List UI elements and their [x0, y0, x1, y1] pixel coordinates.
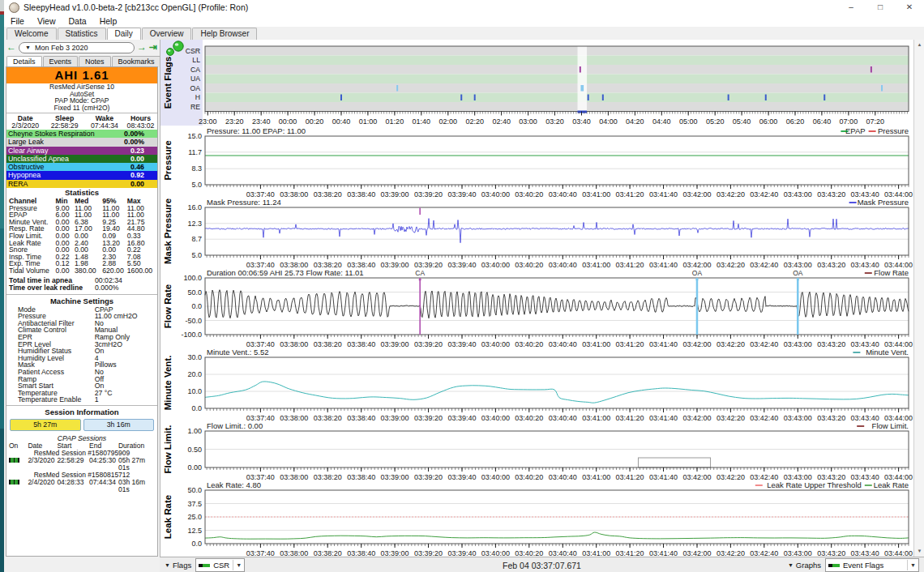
- chart-canvas-pressure[interactable]: PressurePressure: 11.00 EPAP: 11.00Press…: [160, 126, 914, 197]
- svg-text:03:37:40: 03:37:40: [246, 473, 275, 480]
- svg-text:03:42:40: 03:42:40: [750, 414, 778, 420]
- chart-canvas-event-flags[interactable]: Event FlagsCSRLLCAUAOAHRE23:0023:2023:40…: [160, 40, 914, 126]
- svg-text:03:41:20: 03:41:20: [616, 414, 644, 420]
- chart-canvas-flow-limit[interactable]: Flow Limit.Flow Limit.: 0.00Flow Limit.1…: [160, 421, 914, 480]
- svg-text:03:40:40: 03:40:40: [549, 261, 577, 267]
- scroll-up-icon[interactable]: ▲: [914, 40, 924, 50]
- session-buttons: 5h 27m 3h 16m: [6, 417, 157, 433]
- chart-canvas-leak-rate[interactable]: Leak RateLeak Rate: 4.80Leak RateLeak Ra…: [160, 480, 914, 556]
- svg-text:03:38:40: 03:38:40: [347, 549, 375, 556]
- svg-text:03:41:00: 03:41:00: [582, 473, 610, 480]
- date-navigation: ← ▼ Mon Feb 3 2020 → ⇥: [4, 40, 160, 54]
- graphs-toggle[interactable]: ▼ Graphs: [788, 561, 821, 570]
- svg-text:03:38:00: 03:38:00: [280, 261, 308, 267]
- chevron-down-icon: ▼: [25, 45, 31, 50]
- svg-text:03:43:20: 03:43:20: [817, 340, 845, 347]
- totals: Total time in apnea00:02:34Time over lea…: [6, 277, 157, 292]
- chart-mask-pressure[interactable]: Mask PressureMask Pressure: 11.24Mask Pr…: [160, 198, 914, 269]
- svg-text:5.0: 5.0: [191, 251, 202, 259]
- svg-text:03:37:40: 03:37:40: [246, 414, 275, 420]
- sidebar-tab-bookmarks[interactable]: Bookmarks: [112, 56, 161, 67]
- svg-text:03:39:20: 03:39:20: [414, 549, 443, 556]
- session-1-button[interactable]: 5h 27m: [10, 419, 81, 431]
- svg-text:03:39:40: 03:39:40: [447, 190, 476, 197]
- svg-text:03:39:20: 03:39:20: [414, 473, 443, 480]
- svg-text:04:00: 04:00: [599, 117, 618, 126]
- svg-text:03:39:20: 03:39:20: [414, 190, 443, 197]
- chart-canvas-minute-vent[interactable]: Minute Vent.Minute Vent.: 5.52Minute Ven…: [160, 348, 914, 420]
- svg-text:Flow Rate: Flow Rate: [163, 284, 173, 328]
- sidebar: ← ▼ Mon Feb 3 2020 → ⇥ DetailsEventsNote…: [4, 40, 160, 572]
- status-bar-right: ▼ Graphs Event Flags ▼: [788, 558, 919, 572]
- svg-text:03:41:00: 03:41:00: [582, 190, 610, 197]
- vertical-scrollbar[interactable]: ▲ ▼: [913, 40, 924, 557]
- next-day-arrow-icon[interactable]: →: [137, 42, 147, 53]
- svg-text:03:37:40: 03:37:40: [246, 190, 275, 197]
- menu-item-help[interactable]: Help: [93, 16, 124, 26]
- svg-text:03:38:20: 03:38:20: [314, 190, 342, 197]
- chart-canvas-flow-rate[interactable]: Flow RateDuration 00:06:59 AHI 25.73 Flo…: [160, 268, 914, 347]
- maximize-button[interactable]: □: [866, 0, 895, 15]
- menu-item-file[interactable]: File: [4, 16, 31, 26]
- svg-text:03:39:00: 03:39:00: [381, 340, 409, 347]
- tab-statistics[interactable]: Statistics: [58, 28, 106, 40]
- date-selector[interactable]: ▼ Mon Feb 3 2020: [19, 42, 135, 53]
- svg-text:02:40: 02:40: [492, 117, 511, 126]
- svg-text:03:41:00: 03:41:00: [582, 549, 610, 556]
- svg-text:01:40: 01:40: [413, 117, 431, 126]
- menu-item-data[interactable]: Data: [62, 16, 93, 26]
- chart-pressure[interactable]: PressurePressure: 11.00 EPAP: 11.00Press…: [160, 126, 914, 198]
- svg-text:Pressure: Pressure: [163, 140, 173, 180]
- svg-text:0.00: 0.00: [187, 463, 202, 472]
- minimize-button[interactable]: –: [836, 0, 866, 15]
- chart-canvas-mask-pressure[interactable]: Mask PressureMask Pressure: 11.24Mask Pr…: [160, 198, 914, 267]
- svg-text:23:20: 23:20: [225, 117, 244, 126]
- svg-text:03:38:20: 03:38:20: [314, 261, 342, 267]
- tab-daily[interactable]: Daily: [107, 28, 141, 41]
- session-on-icon[interactable]: [9, 458, 19, 463]
- line-style-icon: [199, 564, 210, 567]
- tab-welcome[interactable]: Welcome: [6, 28, 57, 40]
- line-style-icon: [828, 564, 840, 567]
- scroll-down-icon[interactable]: ▼: [914, 546, 924, 557]
- svg-text:Flow Rate: Flow Rate: [874, 268, 909, 277]
- svg-text:Minute Vent.: Minute Vent.: [163, 356, 173, 411]
- graphs-combobox[interactable]: Event Flags ▼: [825, 558, 919, 572]
- chart-flow-limit[interactable]: Flow Limit.Flow Limit.: 0.00Flow Limit.1…: [160, 421, 914, 481]
- sidebar-tab-events[interactable]: Events: [43, 56, 79, 67]
- svg-text:03:20: 03:20: [545, 117, 564, 126]
- sidebar-tab-notes[interactable]: Notes: [79, 56, 111, 67]
- svg-text:03:39:00: 03:39:00: [381, 190, 409, 197]
- svg-text:03:40:40: 03:40:40: [549, 414, 577, 420]
- chart-flow-rate[interactable]: Flow RateDuration 00:06:59 AHI 25.73 Flo…: [160, 268, 914, 348]
- svg-text:CA: CA: [415, 269, 425, 277]
- svg-text:03:40:00: 03:40:00: [481, 473, 510, 480]
- previous-day-arrow-icon[interactable]: ←: [6, 42, 16, 53]
- svg-text:03:39:40: 03:39:40: [447, 340, 476, 347]
- title-bar: SleepyHead v1.0.0-beta-2 [cb213cc OpenGL…: [4, 0, 924, 15]
- flags-toggle[interactable]: ▼ Flags: [165, 561, 191, 570]
- svg-text:03:39:00: 03:39:00: [381, 261, 409, 267]
- tab-overview[interactable]: Overview: [142, 28, 192, 40]
- sidebar-tab-details[interactable]: Details: [6, 56, 42, 67]
- session-on-icon[interactable]: [9, 480, 19, 484]
- chart-minute-vent[interactable]: Minute Vent.Minute Vent.: 5.52Minute Ven…: [160, 348, 914, 422]
- svg-text:100.0: 100.0: [183, 274, 202, 282]
- chart-leak-rate[interactable]: Leak RateLeak Rate: 4.80Leak RateLeak Ra…: [160, 480, 914, 557]
- tab-help-browser[interactable]: Help Browser: [192, 28, 257, 40]
- svg-text:03:38:40: 03:38:40: [347, 190, 375, 197]
- session-2-button[interactable]: 3h 16m: [83, 419, 155, 431]
- desktop-edge-strip: [0, 0, 4, 572]
- event-rate-row: Clear Airway0.23: [6, 147, 157, 155]
- sidebar-tab-bar: DetailsEventsNotesBookmarks: [4, 54, 160, 67]
- menu-item-view[interactable]: View: [31, 16, 62, 26]
- svg-text:03:38:00: 03:38:00: [280, 473, 308, 480]
- chart-event-flags[interactable]: Event FlagsCSRLLCAUAOAHRE23:0023:2023:40…: [160, 40, 914, 127]
- svg-text:03:38:00: 03:38:00: [280, 549, 308, 556]
- svg-text:1.00: 1.00: [187, 427, 202, 435]
- close-button[interactable]: ✕: [895, 0, 924, 15]
- latest-day-arrow-icon[interactable]: ⇥: [149, 42, 157, 53]
- svg-text:03:41:20: 03:41:20: [616, 549, 644, 556]
- flags-combobox[interactable]: CSR ▼: [195, 558, 245, 572]
- svg-text:03:41:40: 03:41:40: [649, 261, 678, 267]
